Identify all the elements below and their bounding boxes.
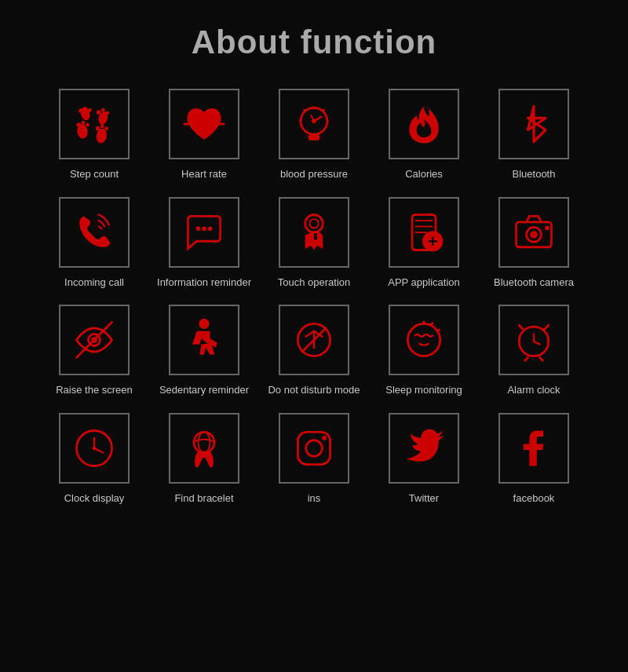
svg-point-4 xyxy=(78,108,83,113)
feature-item-step-count: Step count xyxy=(43,89,145,181)
svg-point-15 xyxy=(105,126,109,130)
feature-label-twitter: Twitter xyxy=(409,491,439,506)
svg-point-46 xyxy=(199,319,209,329)
feature-item-blood-pressure: blood pressure xyxy=(263,89,365,181)
feature-item-incoming-call: Incoming call xyxy=(43,197,145,290)
icon-box-facebook xyxy=(498,413,569,484)
feature-item-heart-rate: Heart rate xyxy=(153,89,255,181)
svg-point-30 xyxy=(208,226,213,231)
svg-point-8 xyxy=(101,108,105,112)
svg-point-9 xyxy=(106,111,110,115)
feature-item-sedentary-reminder: Sedentary reminder xyxy=(153,305,255,397)
svg-line-18 xyxy=(323,109,324,111)
icon-box-do-not-disturb xyxy=(279,305,349,375)
svg-line-57 xyxy=(519,325,524,330)
feature-item-raise-screen: Raise the screen xyxy=(43,305,145,397)
feature-label-calories: Calories xyxy=(405,167,443,181)
feature-label-step-count: Step count xyxy=(70,167,119,181)
svg-line-21 xyxy=(304,109,305,111)
svg-point-43 xyxy=(545,225,550,230)
svg-point-31 xyxy=(305,214,323,232)
feature-label-touch-operation: Touch operation xyxy=(278,276,351,290)
feature-item-sleep-monitoring: Sleep monitoring xyxy=(373,305,475,397)
icon-box-information-reminder xyxy=(169,197,239,268)
feature-item-bluetooth: Bluetooth xyxy=(483,89,585,181)
feature-label-blood-pressure: blood pressure xyxy=(280,167,348,181)
icon-box-raise-screen xyxy=(59,305,130,375)
feature-item-clock-display: Clock display xyxy=(43,413,145,506)
svg-point-10 xyxy=(77,122,82,127)
icon-box-bluetooth-camera xyxy=(498,197,569,268)
icon-box-incoming-call xyxy=(59,197,130,268)
feature-label-information-reminder: Information reminder xyxy=(157,276,251,290)
icon-box-bluetooth xyxy=(498,89,569,159)
feature-label-heart-rate: Heart rate xyxy=(181,167,227,181)
feature-label-find-bracelet: Find bracelet xyxy=(174,491,233,506)
feature-item-twitter: Twitter xyxy=(373,413,475,506)
icon-box-blood-pressure xyxy=(279,89,349,159)
feature-label-facebook: facebook xyxy=(513,491,555,506)
icon-box-app-application xyxy=(389,197,459,268)
icon-box-touch-operation xyxy=(279,197,349,268)
feature-item-bluetooth-camera: Bluetooth camera xyxy=(483,197,585,290)
feature-label-do-not-disturb: Do not disturb mode xyxy=(268,383,360,397)
feature-label-alarm-clock: Alarm clock xyxy=(507,383,560,397)
features-grid: Step countHeart rateblood pressureCalori… xyxy=(43,89,585,505)
page-title: About function xyxy=(192,24,437,61)
icon-box-clock-display xyxy=(59,413,130,484)
svg-point-12 xyxy=(86,123,89,127)
icon-box-find-bracelet xyxy=(169,413,239,484)
svg-point-29 xyxy=(202,226,206,231)
feature-label-clock-display: Clock display xyxy=(64,491,125,506)
svg-point-66 xyxy=(199,432,210,452)
svg-point-6 xyxy=(88,108,92,112)
icon-box-sedentary-reminder xyxy=(169,305,239,375)
svg-line-59 xyxy=(525,358,528,361)
feature-item-calories: Calories xyxy=(373,89,475,181)
icon-box-step-count xyxy=(59,89,130,159)
svg-line-58 xyxy=(544,325,549,330)
svg-line-56 xyxy=(534,341,540,345)
svg-point-5 xyxy=(83,107,87,111)
feature-item-find-bracelet: Find bracelet xyxy=(153,413,255,506)
svg-point-32 xyxy=(309,219,318,228)
feature-label-raise-screen: Raise the screen xyxy=(56,383,133,397)
feature-label-ins: ins xyxy=(308,491,321,506)
feature-item-ins: ins xyxy=(263,413,365,506)
feature-item-information-reminder: Information reminder xyxy=(153,197,255,290)
feature-item-do-not-disturb: Do not disturb mode xyxy=(263,305,365,397)
svg-point-14 xyxy=(100,124,104,128)
svg-point-50 xyxy=(407,323,440,356)
svg-point-64 xyxy=(93,446,97,450)
svg-point-11 xyxy=(82,121,86,125)
icon-box-heart-rate xyxy=(169,89,239,159)
svg-line-53 xyxy=(437,330,440,331)
feature-item-touch-operation: Touch operation xyxy=(263,197,365,290)
feature-item-alarm-clock: Alarm clock xyxy=(483,305,585,397)
svg-line-52 xyxy=(431,323,433,326)
feature-label-bluetooth-camera: Bluetooth camera xyxy=(494,276,574,290)
svg-line-60 xyxy=(540,358,543,361)
svg-point-42 xyxy=(530,231,537,238)
svg-point-65 xyxy=(194,432,214,452)
feature-item-facebook: facebook xyxy=(483,413,585,506)
svg-point-7 xyxy=(97,110,101,115)
icon-box-alarm-clock xyxy=(498,305,569,375)
feature-item-app-application: APP application xyxy=(373,197,475,290)
icon-box-twitter xyxy=(389,413,459,484)
feature-label-sedentary-reminder: Sedentary reminder xyxy=(159,383,249,397)
svg-point-69 xyxy=(322,436,327,440)
feature-label-bluetooth: Bluetooth xyxy=(513,167,556,181)
feature-label-incoming-call: Incoming call xyxy=(64,276,124,290)
svg-point-68 xyxy=(306,440,323,456)
feature-label-app-application: APP application xyxy=(388,276,460,290)
svg-point-24 xyxy=(312,119,316,123)
feature-label-sleep-monitoring: Sleep monitoring xyxy=(385,383,462,397)
icon-box-sleep-monitoring xyxy=(389,305,459,375)
icon-box-ins xyxy=(279,413,349,484)
svg-point-13 xyxy=(96,126,100,131)
icon-box-calories xyxy=(389,89,459,159)
svg-point-28 xyxy=(196,226,201,231)
